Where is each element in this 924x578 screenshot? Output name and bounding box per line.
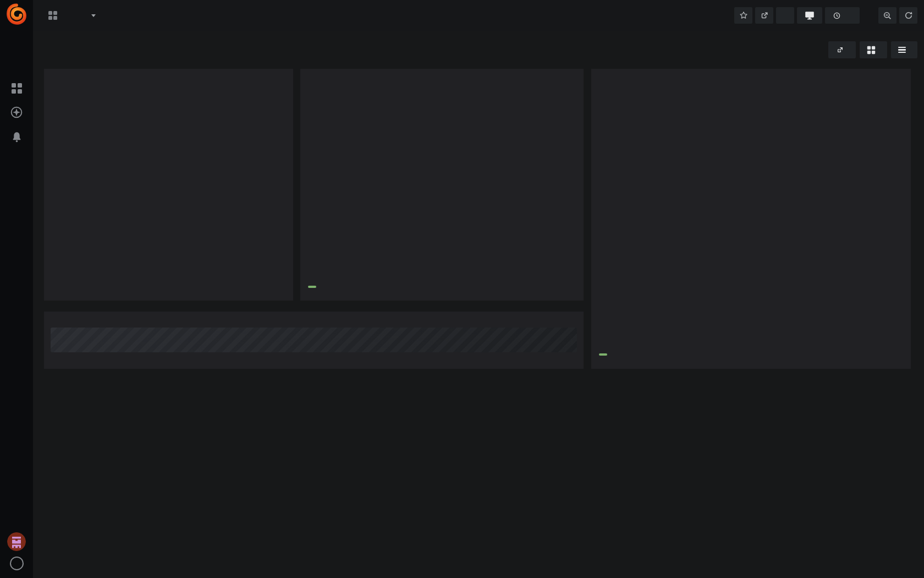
dashboards-grid-icon [12, 83, 22, 94]
zoom-out-icon [882, 10, 893, 21]
panel-fuellstand-liter [591, 69, 911, 369]
clock-icon [832, 11, 842, 20]
sidebar-configuration-button[interactable] [7, 153, 26, 172]
sidebar-menu [0, 54, 33, 172]
panel-title[interactable] [591, 73, 911, 81]
dashboard-grid-icon [867, 46, 875, 53]
panel-alarm-events [44, 312, 584, 369]
sidebar-alerting-button[interactable] [7, 128, 26, 147]
share-button[interactable] [755, 7, 773, 24]
alarm-state-line [87, 341, 90, 348]
caret-down-icon [91, 14, 96, 17]
gauge-chart[interactable] [44, 83, 293, 301]
sidebar [0, 0, 33, 578]
bell-icon [10, 130, 24, 145]
sidebar-bottom [0, 532, 33, 578]
navbar-actions [732, 7, 917, 24]
monitor-icon [804, 9, 816, 21]
link-liquid-check[interactable] [828, 41, 856, 58]
panel-fuellstand-gauge [44, 69, 293, 301]
external-link-icon [835, 46, 844, 54]
share-icon [760, 10, 769, 20]
alarm-row-background [51, 328, 577, 352]
sidebar-explore-button[interactable] [7, 103, 26, 122]
compass-icon [9, 105, 24, 121]
legend [308, 286, 342, 288]
grafana-logo-icon[interactable] [6, 3, 28, 25]
legend [599, 353, 632, 356]
sidebar-dashboards-button[interactable] [7, 79, 26, 97]
time-picker-button[interactable] [825, 7, 860, 24]
cycle-view-mode-button[interactable] [797, 7, 822, 24]
panel-fuellstand-meter [300, 69, 584, 301]
dashboard-grid-icon [48, 11, 57, 20]
dashboard-links [828, 41, 917, 58]
avatar[interactable] [7, 532, 26, 551]
series-swatch[interactable] [599, 353, 607, 356]
breadcrumb[interactable] [48, 11, 96, 20]
star-button[interactable] [734, 7, 752, 24]
menu-icon [898, 47, 906, 53]
line-chart[interactable] [591, 69, 911, 351]
series-swatch[interactable] [308, 286, 316, 288]
refresh-button[interactable] [899, 7, 917, 24]
link-tabelle-muster-tank[interactable] [860, 41, 887, 58]
star-icon [739, 10, 749, 20]
text-panel [62, 392, 80, 407]
help-icon[interactable] [10, 557, 24, 570]
alarm-list-item[interactable] [51, 328, 577, 352]
navbar [33, 0, 924, 31]
dashboard-settings-button[interactable] [776, 7, 794, 24]
grafana-dashboard [0, 0, 924, 578]
refresh-icon [904, 10, 914, 20]
link-weitere[interactable] [891, 41, 917, 58]
sidebar-create-button[interactable] [7, 54, 26, 73]
bar-chart[interactable] [300, 69, 584, 283]
zoom-out-button[interactable] [878, 7, 897, 24]
